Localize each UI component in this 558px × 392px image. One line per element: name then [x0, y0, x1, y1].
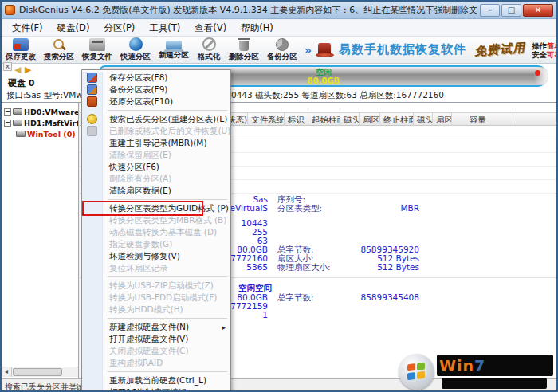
tree-scrollbar[interactable]: ◂ [2, 367, 78, 377]
menu-gutter [82, 321, 103, 333]
menu-item-label: 打开虚拟硬盘文件(V) [103, 334, 222, 345]
toolbar-button[interactable]: 格式化 [193, 37, 225, 63]
context-menu-item[interactable]: ▸ [82, 316, 230, 321]
toolbar-overflow-icon[interactable]: » [301, 44, 315, 57]
tree-expander-icon[interactable]: − [4, 108, 11, 116]
context-menu-item[interactable]: ▸ [82, 369, 230, 374]
disk-icon [16, 131, 26, 137]
toolbar-button-label: 保存更改 [6, 52, 36, 62]
menu-item-label: 转换为HDD模式(H) [103, 304, 222, 316]
context-menu-item[interactable]: 打开虚拟硬盘文件(V) ▸ [82, 333, 230, 345]
context-menu-item[interactable]: 搜索已丢失分区(重建分区表)(L) ▸ [82, 113, 230, 125]
context-menu-item[interactable]: 新建虚拟硬盘文件(N) ▸ [82, 321, 230, 333]
tree-item[interactable]: − HD1:MsftVirtua [2, 117, 78, 128]
table-header-cell[interactable]: 容量 [468, 113, 513, 126]
menu-gutter [82, 386, 103, 392]
menu-item-label: 备份分区表(F9) [103, 84, 222, 96]
window-title: DiskGenius V4.6.2 免费版(单文件版) 发现新版本 V4.9.1… [19, 4, 477, 16]
context-menu-item[interactable]: 关闭虚拟硬盘文件(C) ▸ [82, 345, 230, 357]
context-menu-item[interactable]: 删除所有分区(A) ▸ [82, 173, 230, 185]
nav-right-icon[interactable]: ▶ [25, 65, 31, 75]
context-menu-item[interactable]: 复位坏扇区记录 ▸ [82, 262, 230, 274]
new-partition-icon [166, 41, 182, 49]
context-menu-item[interactable]: 指定硬盘参数(G) ▸ [82, 238, 230, 250]
toolbar-button[interactable]: 恢复文件 [78, 37, 116, 63]
menu-gutter [82, 238, 103, 250]
context-menu-item[interactable]: 清除保留扇区(E) ▸ [82, 149, 230, 161]
context-menu-item[interactable]: 备份分区表(F9) ▸ [82, 84, 230, 96]
menu-item-label: 转换分区表类型为MBR格式 (B) [103, 215, 226, 226]
scrollbar-thumb[interactable] [13, 368, 62, 376]
context-menu-item[interactable]: 打开16进制扇区编辑 ▸ [82, 386, 230, 392]
menu-gutter [82, 226, 103, 238]
menu-gutter [82, 72, 103, 84]
toolbar-button[interactable]: 删除分区 [225, 37, 263, 63]
menubar-item[interactable]: 工具(T) [142, 21, 187, 36]
tree-item[interactable]: − HD0:VMware,VMw [2, 106, 78, 117]
table-header-cell[interactable]: 文件系统 [250, 113, 285, 126]
toolbar-button[interactable]: 备份分区 [263, 37, 301, 63]
menu-item-label: 保存分区表(F8) [103, 73, 222, 84]
maximize-button[interactable]: □ [501, 4, 521, 17]
toolbar-button-label: 删除分区 [229, 52, 259, 62]
titlebar[interactable]: DiskGenius V4.6.2 免费版(单文件版) 发现新版本 V4.9.1… [2, 2, 556, 19]
context-menu-item[interactable]: 动态磁盘转换为基本磁盘 (D) ▸ [82, 226, 230, 238]
table-header-cell[interactable]: 扇区 [361, 113, 380, 126]
tree-item[interactable]: − WinTool (0) [2, 128, 78, 139]
menubar-item[interactable]: 文件(F) [5, 21, 50, 36]
table-header-cell[interactable]: 磁头 [415, 113, 433, 126]
menubar-item[interactable]: 硬盘(D) [50, 21, 97, 36]
detail-value-right: MBR [323, 204, 419, 213]
context-menu-item[interactable]: ▸ [82, 274, 230, 280]
minimize-button[interactable]: – [480, 4, 500, 17]
context-menu-item[interactable]: 转换为USB-ZIP启动模式(Z) ▸ [82, 280, 230, 292]
table-header-cell[interactable]: 终止柱面 [382, 113, 414, 126]
tree-expander-icon[interactable]: − [4, 120, 11, 127]
nav-left-icon[interactable]: ◀ [14, 65, 21, 75]
context-menu-item[interactable]: 重新加载当前硬盘(Ctrl_L) ▸ [82, 374, 230, 386]
context-menu-item[interactable]: 转换分区表类型为MBR格式 (B) ▸ [82, 214, 230, 226]
toolbar-button-label: 搜索分区 [44, 52, 74, 62]
table-header-cell[interactable]: 起始柱面 [310, 113, 340, 126]
submenu-arrow-icon: ▸ [222, 323, 230, 331]
context-menu-item[interactable]: 还原分区表(F10) ▸ [82, 96, 230, 108]
context-menu-item[interactable]: ▸ [82, 108, 230, 113]
ad-trial-badge: 免费试用 [474, 41, 525, 59]
context-menu-item[interactable]: 重建主引导记录(MBR)(M) ▸ [82, 137, 230, 149]
context-menu-item[interactable]: 保存分区表(F8) ▸ [82, 72, 230, 84]
toolbar-button[interactable]: 保存更改 [2, 37, 40, 63]
menu-item-label [108, 371, 227, 372]
menu-gutter [82, 357, 103, 369]
context-menu-item[interactable]: 已删除或格式化后的文件恢复(U) ▸ [82, 125, 230, 137]
menu-item-label: 转换为USB-ZIP启动模式(Z) [103, 280, 222, 292]
table-header-cell[interactable]: 标识 [286, 113, 308, 126]
slogan-accent: 可靠 [547, 50, 558, 59]
table-header-cell[interactable]: 扇区 [434, 113, 452, 126]
context-menu-item[interactable]: 重构虚拟RAID ▸ [82, 357, 230, 369]
menu-gutter [82, 369, 103, 374]
menubar-item[interactable]: 帮助(H) [234, 21, 281, 36]
toolbar-button[interactable]: 快速分区 [116, 37, 155, 63]
backup-partition-icon [276, 38, 289, 51]
context-menu-item[interactable]: 转换为HDD模式(H) ▸ [82, 304, 230, 316]
context-menu-item[interactable]: 转换为USB-FDD启动模式(F) ▸ [82, 292, 230, 304]
context-menu-item[interactable]: 坏道检测与修复(V) ▸ [82, 250, 230, 262]
menubar-item[interactable]: 分区(P) [96, 21, 142, 36]
toolbar-button[interactable]: 搜索分区 [40, 37, 78, 63]
context-menu-item[interactable]: 转换分区表类型为GUID格式 (P) ▸ [82, 202, 230, 214]
pane-close-icon[interactable]: x [3, 62, 12, 71]
scroll-left-icon[interactable]: ◂ [2, 367, 12, 377]
menu-item-label: 复位坏扇区记录 [103, 263, 222, 274]
ad-banner[interactable]: 易数手机数据恢复软件 免费试用 操作简单 安全可靠 [315, 37, 558, 63]
menu-gutter [82, 274, 103, 280]
context-menu-item[interactable]: 快速分区(F6) ▸ [82, 161, 230, 173]
menu-gutter [82, 250, 103, 262]
close-button[interactable]: ✕ [523, 4, 553, 17]
format-icon [202, 37, 216, 51]
table-header-cell[interactable]: 磁头 [342, 113, 360, 126]
toolbar-button[interactable]: 新建分区 [155, 37, 193, 63]
context-menu: 保存分区表(F8) ▸ 备份分区表(F9) ▸ 还原分区表(F10) ▸ [81, 69, 231, 392]
context-menu-item[interactable]: 清除扇区数据(E) ▸ [82, 185, 230, 197]
menubar-item[interactable]: 查看(V) [187, 21, 234, 36]
menu-item-label [108, 199, 227, 200]
